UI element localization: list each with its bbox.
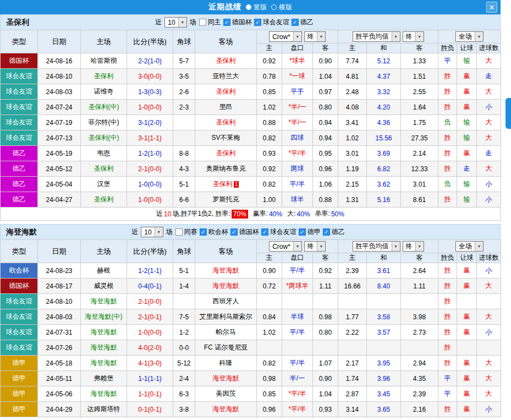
filter-checkbox[interactable]: ✓球会友谊 xyxy=(254,18,289,27)
filter-checkbox[interactable]: ✓欧会杯 xyxy=(200,227,228,237)
filter-checkbox[interactable]: ✓德乙 xyxy=(292,18,314,27)
odds-away: 0.96 xyxy=(313,161,338,177)
away-team: 科隆 xyxy=(195,356,257,371)
avg-draw: 3.58 xyxy=(367,309,401,325)
avg-home: 1.02 xyxy=(338,130,367,146)
final-odds-select[interactable]: 终▼ xyxy=(304,31,326,42)
match-score: 2-1(0-0) xyxy=(127,294,173,309)
avg-select-value: 胜平负均值 xyxy=(356,32,389,41)
handicap-result: 输 xyxy=(457,177,477,192)
filter-near-label: 近 xyxy=(155,18,162,27)
checkbox-unchecked-icon[interactable] xyxy=(175,228,183,236)
checkbox-checked-icon[interactable]: ✓ xyxy=(261,228,268,236)
match-score: 3-1(1-1) xyxy=(127,130,173,146)
match-count-select[interactable]: 10 ▼ xyxy=(141,227,163,237)
close-button[interactable]: ✕ xyxy=(486,2,497,13)
away-team: 海登海默 xyxy=(195,279,257,294)
radio-unselected-icon[interactable] xyxy=(271,4,277,10)
handicap-line: 球半 xyxy=(282,192,313,208)
col-avg-home: 主 xyxy=(338,43,367,53)
checkbox-checked-icon[interactable]: ✓ xyxy=(323,228,330,236)
radio-vertical[interactable]: 竖版 xyxy=(246,3,267,12)
handicap-result: 赢 xyxy=(457,84,477,100)
match-score: 1-1(0-1) xyxy=(127,386,173,402)
dropdown-arrow-icon: ▼ xyxy=(392,32,400,41)
filter-checkbox[interactable]: ✓德甲 xyxy=(299,227,321,237)
match-date: 24-07-24 xyxy=(38,100,81,115)
radio-selected-icon[interactable] xyxy=(246,4,251,10)
avg-select[interactable]: 胜平负均值▼ xyxy=(353,31,400,42)
match-type: 球会友谊 xyxy=(1,84,38,100)
checkbox-checked-icon[interactable]: ✓ xyxy=(292,19,299,26)
odds-away: 1.04 xyxy=(313,386,338,402)
odds-group-header: Crow*▼ 终▼ xyxy=(257,240,338,253)
col-odds-home: 主 xyxy=(257,43,282,53)
radio-horizontal[interactable]: 横版 xyxy=(271,3,292,12)
scope-select-value: 全场 xyxy=(459,242,472,251)
final-avg-select[interactable]: 终▼ xyxy=(403,241,424,252)
avg-away: 2.16 xyxy=(401,402,438,417)
odds-source-select[interactable]: Crow*▼ xyxy=(269,31,302,42)
footer-part-value: 40% xyxy=(297,210,310,218)
side-panel-handle[interactable] xyxy=(505,98,511,129)
match-type: 球会友谊 xyxy=(1,100,38,115)
handicap-line: 平手 xyxy=(282,84,313,100)
section-st-pauli: 圣保利 近 10 ▼ 场 同主✓德国杯✓球会友谊✓德乙 类型 xyxy=(0,14,501,221)
match-score: 3-0(0-0) xyxy=(127,69,173,84)
checkbox-checked-icon[interactable]: ✓ xyxy=(299,228,306,236)
scope-select[interactable]: 全场▼ xyxy=(455,241,483,252)
checkbox-checked-icon[interactable]: ✓ xyxy=(230,228,238,236)
result: 胜 xyxy=(438,356,457,371)
match-count-select[interactable]: 10 ▼ xyxy=(164,17,186,28)
red-card-badge: 1 xyxy=(234,181,239,188)
corners xyxy=(173,115,195,130)
match-row: 欧会杯24-08-23赫根1-2(1-1)5-1海登海默0.90平/半0.922… xyxy=(1,263,501,279)
goals-result: 小 xyxy=(477,177,501,192)
dropdown-arrow-icon: ▼ xyxy=(475,32,483,41)
final-avg-select[interactable]: 终▼ xyxy=(403,31,424,42)
corners: 5-12 xyxy=(173,356,195,371)
odds-source-value: Crow* xyxy=(272,243,290,250)
col-avg-home: 主 xyxy=(338,253,367,263)
filter-checkbox[interactable]: ✓球会友谊 xyxy=(261,227,296,237)
away-team: 里昂 xyxy=(195,100,257,115)
odds-away: 0.92 xyxy=(313,263,338,279)
dropdown-arrow-icon: ▼ xyxy=(317,242,325,251)
filter-checkbox[interactable]: ✓德国杯 xyxy=(230,227,259,237)
checkbox-checked-icon[interactable]: ✓ xyxy=(200,228,207,236)
checkbox-unchecked-icon[interactable] xyxy=(199,19,206,26)
result: 胜 xyxy=(438,325,457,340)
final-odds-select[interactable]: 终▼ xyxy=(304,241,326,252)
away-team: 海登海默 xyxy=(195,402,257,417)
corners: 2-4 xyxy=(173,371,195,386)
match-date: 24-08-03 xyxy=(38,309,81,325)
dropdown-arrow-icon: ▼ xyxy=(317,32,325,41)
odds-away: 0.94 xyxy=(313,130,338,146)
col-type: 类型 xyxy=(1,30,38,53)
avg-home: 2.15 xyxy=(338,177,367,192)
goals-result xyxy=(477,294,501,309)
filter-checkbox[interactable]: 同赛 xyxy=(175,227,197,237)
odds-home: 1.02 xyxy=(257,100,282,115)
checkbox-checked-icon[interactable]: ✓ xyxy=(254,19,261,26)
filter-checkbox[interactable]: ✓德国杯 xyxy=(223,18,252,27)
match-type: 球会友谊 xyxy=(1,325,38,340)
radio-vertical-label: 竖版 xyxy=(254,3,267,12)
odds-away: 0.94 xyxy=(313,115,338,130)
filter-checkboxes: 同主✓德国杯✓球会友谊✓德乙 xyxy=(199,18,314,27)
result: 胜 xyxy=(438,84,457,100)
col-odds-away: 客 xyxy=(313,253,338,263)
section-header-bar: 圣保利 近 10 ▼ 场 同主✓德国杯✓球会友谊✓德乙 xyxy=(0,14,501,30)
col-corner: 角球 xyxy=(173,30,195,53)
odds-source-select[interactable]: Crow*▼ xyxy=(269,241,302,252)
scope-select[interactable]: 全场▼ xyxy=(455,31,483,42)
filter-checkbox-label: 欧会杯 xyxy=(208,227,228,237)
checkbox-checked-icon[interactable]: ✓ xyxy=(223,19,230,26)
odds-home: 1.02 xyxy=(257,325,282,340)
odds-away xyxy=(313,340,338,356)
filter-checkboxes: 同赛✓欧会杯✓德国杯✓球会友谊✓德甲✓德乙 xyxy=(175,227,345,237)
goals-result: 大 xyxy=(477,356,501,371)
filter-checkbox[interactable]: 同主 xyxy=(199,18,221,27)
avg-select[interactable]: 胜平负均值▼ xyxy=(353,241,400,252)
filter-checkbox[interactable]: ✓德乙 xyxy=(323,227,345,237)
